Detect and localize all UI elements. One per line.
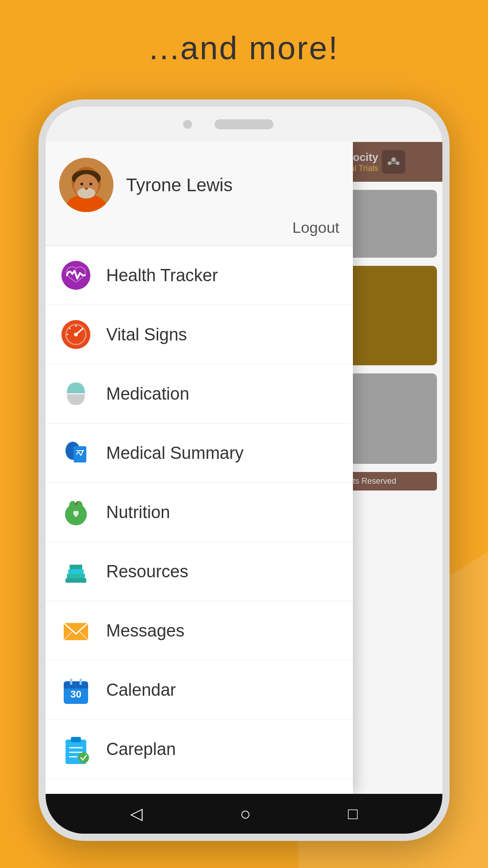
vital-signs-label: Vital Signs — [106, 325, 187, 344]
drawer-header: Tyrone Lewis Logout — [46, 142, 353, 246]
menu-item-messages[interactable]: Messages — [46, 601, 353, 660]
home-button[interactable]: ○ — [240, 804, 251, 824]
logout-row: Logout — [59, 219, 339, 236]
logout-button[interactable]: Logout — [292, 219, 339, 236]
careplan-label: Careplan — [106, 740, 176, 759]
menu-item-calendar[interactable]: 30 Calendar — [46, 660, 353, 720]
drawer-menu: Health Tracker — [46, 246, 353, 794]
nutrition-icon — [58, 495, 94, 530]
calendar-label: Calendar — [106, 680, 176, 700]
svg-point-29 — [69, 501, 76, 510]
svg-text:30: 30 — [70, 689, 81, 700]
svg-rect-35 — [70, 565, 82, 569]
recent-button[interactable]: □ — [348, 804, 358, 823]
health-tracker-icon — [58, 258, 94, 293]
phone-screen: medocity Clinical Trials — [46, 142, 442, 794]
menu-item-health-tracker[interactable]: Health Tracker — [46, 246, 353, 305]
medical-summary-icon — [58, 435, 94, 471]
menu-item-nutrition[interactable]: Nutrition — [46, 483, 353, 542]
menu-item-medication[interactable]: Medication — [46, 364, 353, 424]
svg-rect-32 — [66, 578, 86, 583]
messages-icon — [58, 613, 94, 648]
careplan-icon — [58, 731, 94, 767]
svg-rect-33 — [67, 574, 85, 578]
svg-point-12 — [89, 183, 92, 185]
svg-rect-41 — [64, 685, 88, 689]
menu-item-vital-signs[interactable]: Vital Signs — [46, 305, 353, 364]
phone-top-bar — [46, 107, 442, 142]
phone-frame: medocity Clinical Trials — [38, 99, 450, 841]
phone-bottom-bar: ◁ ○ □ — [46, 794, 442, 834]
svg-rect-46 — [71, 737, 81, 742]
menu-item-medical-summary[interactable]: Medical Summary — [46, 424, 353, 483]
svg-point-14 — [84, 187, 88, 190]
svg-rect-34 — [68, 569, 84, 574]
back-button[interactable]: ◁ — [130, 804, 143, 823]
profile-name: Tyrone Lewis — [126, 175, 233, 195]
svg-point-11 — [80, 183, 83, 185]
avatar-svg — [59, 158, 113, 212]
app-logo-icon — [382, 150, 405, 174]
phone-camera — [183, 120, 192, 129]
nutrition-label: Nutrition — [106, 503, 170, 522]
medication-icon — [58, 376, 94, 411]
phone-speaker — [215, 119, 273, 129]
medical-summary-label: Medical Summary — [106, 443, 244, 463]
navigation-drawer: Tyrone Lewis Logout — [46, 142, 353, 794]
health-tracker-label: Health Tracker — [106, 266, 218, 285]
svg-rect-42 — [70, 679, 72, 685]
medication-label: Medication — [106, 384, 189, 404]
resources-icon — [58, 554, 94, 589]
svg-point-50 — [78, 752, 89, 763]
page-header: ...and more! — [0, 0, 488, 66]
resources-label: Resources — [106, 562, 188, 581]
menu-item-resources[interactable]: Resources — [46, 542, 353, 601]
svg-rect-43 — [80, 679, 82, 685]
menu-item-careplan[interactable]: Careplan — [46, 720, 353, 779]
calendar-icon: 30 — [58, 672, 94, 708]
profile-row: Tyrone Lewis — [59, 158, 339, 212]
avatar — [59, 158, 113, 212]
vital-signs-icon — [58, 317, 94, 352]
header-text: ...and more! — [149, 30, 339, 66]
messages-label: Messages — [106, 621, 184, 641]
